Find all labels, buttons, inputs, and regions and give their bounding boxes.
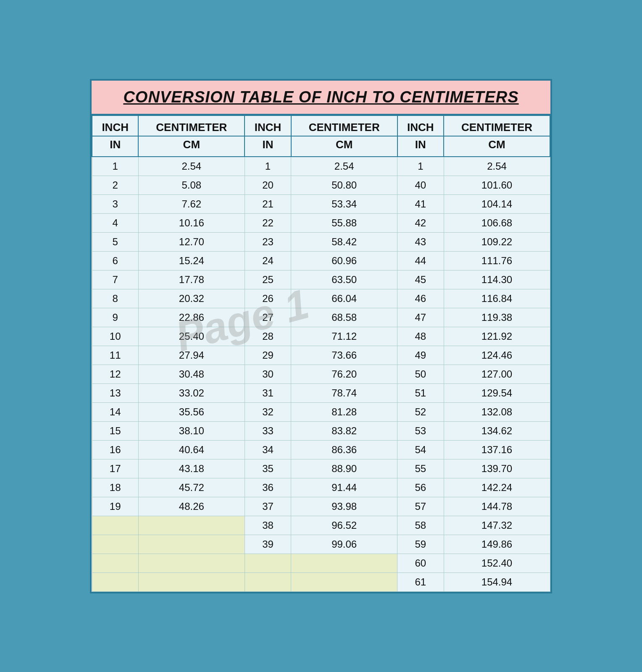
table-cell: 66.04 (291, 289, 397, 308)
table-cell: 73.66 (291, 346, 397, 365)
table-row: 1743.183588.9055139.70 (92, 459, 550, 478)
table-cell: 55.88 (291, 213, 397, 232)
table-row: 1640.643486.3654137.16 (92, 440, 550, 459)
table-cell: 25.40 (138, 327, 245, 346)
table-cell: 139.70 (444, 459, 550, 478)
table-cell (245, 572, 291, 591)
table-cell: 101.60 (444, 176, 550, 194)
table-row: 615.242460.9644111.76 (92, 251, 550, 270)
page-title: CONVERSION TABLE OF INCH TO CENTIMETERS (123, 88, 518, 106)
col1-header1: INCH (92, 116, 138, 136)
col5-header1: INCH (397, 116, 444, 136)
table-cell: 43.18 (138, 459, 245, 478)
table-cell: 29 (245, 346, 291, 365)
table-cell: 10 (92, 327, 138, 346)
table-cell: 109.22 (444, 232, 550, 251)
table-cell: 104.14 (444, 194, 550, 213)
table-cell: 96.52 (291, 516, 397, 535)
table-wrapper: CONVERSION TABLE OF INCH TO CENTIMETERS … (90, 79, 552, 593)
table-cell: 53.34 (291, 194, 397, 213)
table-cell: 18 (92, 478, 138, 497)
col6-header2: CM (444, 136, 550, 157)
table-row: 1435.563281.2852132.08 (92, 402, 550, 421)
table-row: 410.162255.8842106.68 (92, 213, 550, 232)
table-cell (291, 554, 397, 572)
table-cell: 23 (245, 232, 291, 251)
table-cell: 50.80 (291, 176, 397, 194)
table-row: 3896.5258147.32 (92, 516, 550, 535)
col6-header1: CENTIMETER (444, 116, 550, 136)
table-cell: 154.94 (444, 572, 550, 591)
table-cell: 83.82 (291, 421, 397, 440)
col3-header1: INCH (245, 116, 291, 136)
table-cell: 21 (245, 194, 291, 213)
table-cell: 22.86 (138, 308, 245, 327)
table-cell (138, 516, 245, 535)
table-cell: 9 (92, 308, 138, 327)
table-cell: 19 (92, 497, 138, 516)
table-cell: 17.78 (138, 270, 245, 289)
table-cell (138, 572, 245, 591)
table-cell: 99.06 (291, 535, 397, 554)
table-cell: 16 (92, 440, 138, 459)
table-row: 922.862768.5847119.38 (92, 308, 550, 327)
table-cell: 3 (92, 194, 138, 213)
table-cell: 2.54 (291, 157, 397, 176)
table-row: 1845.723691.4456142.24 (92, 478, 550, 497)
table-cell (92, 572, 138, 591)
table-cell: 60.96 (291, 251, 397, 270)
table-cell: 58.42 (291, 232, 397, 251)
table-row: 1127.942973.6649124.46 (92, 346, 550, 365)
table-cell: 2.54 (444, 157, 550, 176)
table-row: 1230.483076.2050127.00 (92, 365, 550, 383)
table-cell: 54 (397, 440, 444, 459)
table-row: 60152.40 (92, 554, 550, 572)
outer-container: CONVERSION TABLE OF INCH TO CENTIMETERS … (77, 66, 565, 606)
table-cell: 48 (397, 327, 444, 346)
table-cell: 88.90 (291, 459, 397, 478)
table-cell: 119.38 (444, 308, 550, 327)
table-cell: 1 (92, 157, 138, 176)
table-cell (92, 554, 138, 572)
table-row: 820.322666.0446116.84 (92, 289, 550, 308)
table-cell: 10.16 (138, 213, 245, 232)
table-cell: 20 (245, 176, 291, 194)
table-cell: 45 (397, 270, 444, 289)
table-cell: 27 (245, 308, 291, 327)
table-cell: 152.40 (444, 554, 550, 572)
table-cell: 5 (92, 232, 138, 251)
table-cell: 61 (397, 572, 444, 591)
table-cell: 86.36 (291, 440, 397, 459)
table-cell: 39 (245, 535, 291, 554)
col3-header2: IN (245, 136, 291, 157)
table-cell: 121.92 (444, 327, 550, 346)
table-cell: 142.24 (444, 478, 550, 497)
table-cell: 33.02 (138, 383, 245, 402)
col2-header1: CENTIMETER (138, 116, 245, 136)
table-cell: 51 (397, 383, 444, 402)
table-cell: 40 (397, 176, 444, 194)
table-cell: 43 (397, 232, 444, 251)
table-cell: 25 (245, 270, 291, 289)
table-cell: 124.46 (444, 346, 550, 365)
table-cell: 137.16 (444, 440, 550, 459)
table-row: 717.782563.5045114.30 (92, 270, 550, 289)
table-cell: 6 (92, 251, 138, 270)
table-cell: 38 (245, 516, 291, 535)
table-cell: 52 (397, 402, 444, 421)
table-cell: 1 (397, 157, 444, 176)
table-cell: 34 (245, 440, 291, 459)
table-row: 1025.402871.1248121.92 (92, 327, 550, 346)
table-cell: 2.54 (138, 157, 245, 176)
table-cell: 32 (245, 402, 291, 421)
table-cell: 7 (92, 270, 138, 289)
table-cell: 12 (92, 365, 138, 383)
table-cell: 31 (245, 383, 291, 402)
table-cell: 20.32 (138, 289, 245, 308)
table-cell: 14 (92, 402, 138, 421)
table-cell: 147.32 (444, 516, 550, 535)
table-cell (245, 554, 291, 572)
table-cell: 45.72 (138, 478, 245, 497)
col2-header2: CM (138, 136, 245, 157)
table-cell: 116.84 (444, 289, 550, 308)
